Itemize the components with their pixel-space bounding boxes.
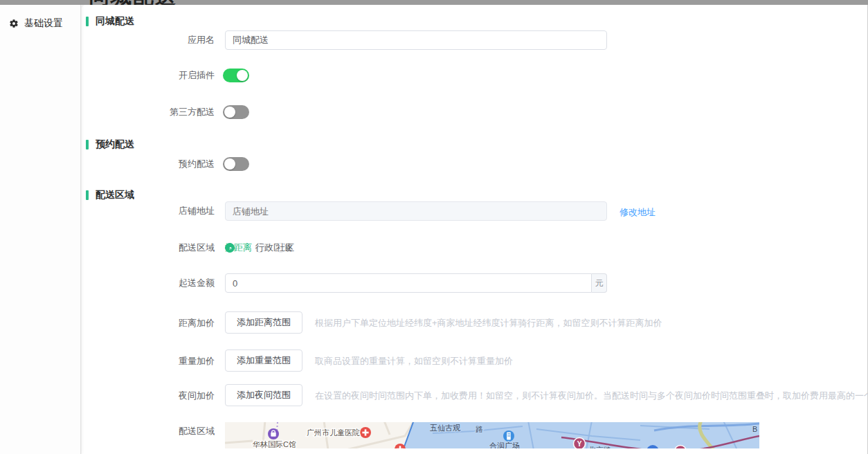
add-weight-range-button[interactable]: 添加重量范围: [225, 349, 302, 372]
radio-label: 按距离: [225, 242, 252, 254]
settings-panel: 同城配送 应用名 开启插件 第三方配送 预约配送 预约配送 配送区域 店铺地址 …: [82, 5, 868, 454]
section-reserve-delivery: 预约配送: [86, 138, 134, 151]
modify-address-link[interactable]: 修改地址: [620, 206, 655, 219]
map-poi-label: 华林国际C馆: [252, 440, 296, 448]
store-address-input[interactable]: [225, 201, 607, 221]
add-night-range-button[interactable]: 添加夜间范围: [225, 384, 302, 406]
min-amount-input[interactable]: [225, 273, 592, 293]
map-poi-label: 路: [476, 425, 483, 433]
section-accent-bar: [86, 140, 89, 149]
weight-fee-hint: 取商品设置的重量计算，如留空则不计算重量加价: [315, 355, 513, 367]
delivery-area-map[interactable]: Y Y 华林国际C馆 广州市儿童医院 五仙古观 路 合润广场 北京路 B: [225, 422, 759, 448]
section-title: 同城配送: [96, 15, 134, 28]
add-distance-range-button[interactable]: 添加距离范围: [225, 311, 302, 334]
app-name-label: 应用名: [111, 34, 215, 46]
night-fee-label: 夜间加价: [111, 390, 215, 402]
sidebar: 基础设置: [0, 5, 81, 454]
reserve-toggle[interactable]: [223, 157, 249, 171]
third-party-toggle[interactable]: [223, 105, 249, 119]
enable-plugin-toggle[interactable]: [223, 69, 249, 82]
map-poi-label: 五仙古观: [430, 424, 461, 432]
map-poi-label: 北京路: [588, 446, 611, 448]
sidebar-item-basic-settings[interactable]: 基础设置: [0, 5, 80, 30]
app-name-input[interactable]: [225, 30, 607, 50]
section-accent-bar: [86, 190, 89, 200]
section-accent-bar: [86, 17, 89, 26]
page-title: 同城配送: [0, 0, 868, 5]
map-canvas: Y Y 华林国际C馆 广州市儿童医院 五仙古观 路 合润广场 北京路 B: [225, 422, 759, 448]
min-amount-unit: 元: [592, 273, 607, 293]
section-title: 预约配送: [96, 138, 134, 151]
toggle-knob: [237, 70, 248, 81]
distance-fee-hint: 根据用户下单定位地址经纬度+商家地址经纬度计算骑行距离，如留空则不计算距离加价: [315, 317, 662, 329]
map-area-label: 配送区域: [111, 425, 215, 437]
radio-by-distance[interactable]: 按距离: [225, 243, 235, 253]
store-address-label: 店铺地址: [111, 205, 215, 217]
area-mode-label: 配送区域: [111, 242, 215, 254]
svg-text:Y: Y: [577, 440, 582, 448]
gear-icon: [9, 19, 19, 28]
sidebar-item-label: 基础设置: [24, 17, 63, 30]
section-delivery-area: 配送区域: [86, 189, 134, 201]
third-party-label: 第三方配送: [111, 106, 215, 118]
weight-fee-label: 重量加价: [111, 355, 215, 367]
radio-label: 社区: [276, 242, 294, 254]
map-poi-label: B: [752, 425, 757, 433]
enable-plugin-label: 开启插件: [111, 69, 215, 82]
distance-fee-label: 距离加价: [111, 317, 215, 329]
section-city-delivery: 同城配送: [86, 15, 134, 28]
section-title: 配送区域: [96, 189, 134, 201]
map-poi-label: 合润广场: [489, 442, 520, 448]
night-fee-hint: 在设置的夜间时间范围内下单，加收费用！如留空，则不计算夜间加价。当配送时间与多个…: [315, 390, 868, 402]
min-amount-label: 起送金额: [111, 277, 215, 289]
map-poi-label: 广州市儿童医院: [307, 428, 360, 437]
svg-text:Y: Y: [678, 448, 683, 448]
toggle-knob: [224, 107, 235, 118]
clipped-header-band: 同城配送: [0, 0, 868, 5]
area-mode-radio-group: 按距离 行政区域 社区: [225, 242, 276, 254]
reserve-label: 预约配送: [111, 158, 215, 170]
toggle-knob: [224, 158, 235, 170]
